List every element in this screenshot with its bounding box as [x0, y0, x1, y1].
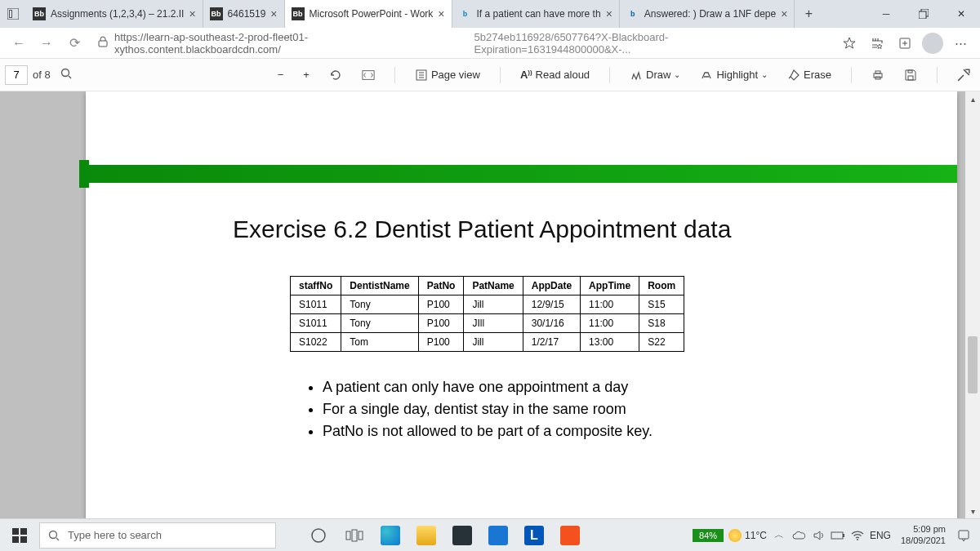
table-cell: P100	[418, 314, 464, 333]
vertical-scrollbar[interactable]: ▴ ▾	[965, 91, 980, 518]
fullscreen-button[interactable]	[952, 65, 975, 85]
profile-button[interactable]	[920, 30, 946, 56]
print-button[interactable]	[866, 65, 889, 85]
battery-icon[interactable]	[831, 531, 845, 540]
chevron-up-icon[interactable]: ︿	[772, 528, 786, 542]
tab-label: 6461519	[228, 8, 266, 20]
erase-button[interactable]: Erase	[782, 65, 836, 85]
page-view-button[interactable]: Page view	[410, 65, 485, 85]
table-cell: S1011	[291, 314, 341, 333]
search-icon[interactable]	[60, 68, 72, 82]
highlight-label: Highlight	[716, 69, 758, 81]
slide-stripe	[86, 165, 957, 183]
favorite-icon[interactable]	[836, 30, 862, 56]
notifications-icon[interactable]	[956, 527, 972, 544]
task-view-icon[interactable]	[336, 519, 372, 552]
file-explorer-icon[interactable]	[408, 519, 444, 552]
read-aloud-button[interactable]: A)) Read aloud	[515, 65, 595, 84]
scroll-thumb[interactable]	[968, 336, 978, 393]
lock-icon	[98, 36, 108, 50]
tab-actions-icon[interactable]	[0, 0, 26, 28]
table-cell: Jill	[464, 295, 523, 314]
table-header: staffNo	[291, 277, 341, 295]
tab-6461519[interactable]: Bb 6461519 ×	[203, 0, 285, 28]
search-icon	[48, 530, 60, 541]
scroll-up-arrow[interactable]: ▴	[965, 91, 980, 106]
read-aloud-label: Read aloud	[536, 69, 590, 81]
zoom-out-button[interactable]: −	[273, 65, 289, 84]
table-cell: S18	[639, 314, 684, 333]
back-button[interactable]: ←	[7, 31, 31, 56]
zoom-in-button[interactable]: +	[298, 65, 314, 84]
tab-bartleby[interactable]: b Answered: ) Draw a 1NF depe ×	[620, 0, 795, 28]
restore-button[interactable]	[905, 0, 942, 28]
temperature: 11°C	[745, 530, 767, 541]
tab-label: Microsoft PowerPoint - Work	[310, 8, 434, 20]
volume-icon[interactable]	[811, 530, 826, 541]
scroll-down-arrow[interactable]: ▾	[965, 504, 980, 518]
table-cell: 30/1/16	[523, 314, 580, 333]
close-window-button[interactable]: ✕	[942, 0, 980, 28]
table-row: S1011TonyP100JIll30/1/1611:00S18	[291, 314, 684, 333]
table-cell: P100	[418, 295, 464, 314]
url-input[interactable]: https://learn-ap-southeast-2-prod-fleet0…	[90, 31, 833, 56]
refresh-button[interactable]: ⟳	[62, 31, 87, 56]
close-icon[interactable]: ×	[606, 7, 612, 20]
new-tab-button[interactable]: +	[795, 0, 822, 28]
table-header: PatName	[464, 277, 523, 295]
start-button[interactable]	[3, 519, 36, 552]
forward-button[interactable]: →	[34, 31, 59, 56]
minimize-button[interactable]: ─	[867, 0, 905, 28]
table-cell: 13:00	[581, 333, 639, 352]
page-number-input[interactable]	[5, 65, 28, 85]
tab-bing-search[interactable]: b If a patient can have more th ×	[452, 0, 620, 28]
taskbar-search[interactable]: Type here to search	[39, 522, 276, 549]
rotate-button[interactable]	[324, 65, 347, 85]
blackboard-icon: Bb	[210, 7, 223, 20]
mail-icon[interactable]	[480, 519, 516, 552]
weather-widget[interactable]: 11°C	[728, 529, 767, 542]
slide-title: Exercise 6.2 Dentist Patient Appointment…	[110, 216, 933, 243]
save-button[interactable]	[899, 65, 922, 85]
address-bar: ← → ⟳ https://learn-ap-southeast-2-prod-…	[0, 28, 980, 59]
close-icon[interactable]: ×	[189, 7, 195, 20]
close-icon[interactable]: ×	[438, 7, 444, 20]
svg-rect-12	[908, 70, 912, 73]
app-icon-2[interactable]	[552, 519, 588, 552]
table-cell: Tom	[341, 333, 418, 352]
store-icon[interactable]	[444, 519, 480, 552]
language-indicator[interactable]: ENG	[870, 530, 891, 541]
draw-button[interactable]: Draw ⌄	[625, 65, 685, 85]
battery-status[interactable]: 84%	[693, 529, 724, 542]
date: 18/09/2021	[901, 535, 946, 547]
tab-powerpoint[interactable]: Bb Microsoft PowerPoint - Work ×	[285, 0, 452, 28]
more-button[interactable]: ⋯	[947, 30, 973, 56]
fit-page-button[interactable]	[357, 65, 380, 85]
table-cell: 1/2/17	[523, 333, 580, 352]
cortana-icon[interactable]	[301, 519, 336, 552]
close-icon[interactable]: ×	[781, 7, 787, 20]
svg-rect-18	[831, 532, 843, 539]
table-header: AppDate	[523, 277, 580, 295]
close-icon[interactable]: ×	[270, 7, 277, 20]
tab-assignments[interactable]: Bb Assignments (1,2,3,4) – 21.2.II ×	[26, 0, 203, 28]
tab-label: Assignments (1,2,3,4) – 21.2.II	[51, 8, 184, 20]
app-icon[interactable]: L	[516, 519, 552, 552]
chevron-down-icon: ⌄	[674, 70, 680, 79]
pdf-page: Exercise 6.2 Dentist Patient Appointment…	[86, 91, 957, 518]
table-cell: S1022	[291, 333, 341, 352]
clock[interactable]: 5:09 pm 18/09/2021	[896, 524, 951, 547]
sun-icon	[728, 529, 742, 542]
svg-rect-3	[99, 41, 107, 47]
svg-rect-17	[359, 531, 363, 540]
chevron-down-icon: ⌄	[761, 70, 768, 79]
edge-icon[interactable]	[372, 519, 408, 552]
favorites-list-icon[interactable]	[864, 30, 890, 56]
blackboard-icon: Bb	[292, 7, 305, 20]
onedrive-icon[interactable]	[791, 531, 806, 540]
table-header: Room	[639, 277, 684, 295]
highlight-button[interactable]: Highlight ⌄	[695, 65, 773, 85]
wifi-icon[interactable]	[850, 531, 865, 540]
collections-icon[interactable]	[892, 30, 918, 56]
pdf-viewport[interactable]: Exercise 6.2 Dentist Patient Appointment…	[0, 91, 965, 518]
